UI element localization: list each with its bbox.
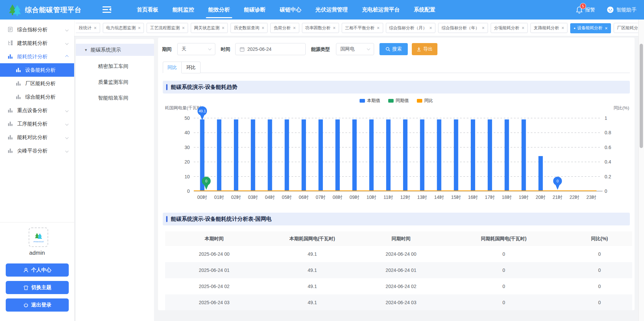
- search-icon: [386, 47, 390, 51]
- sidebar-item-能耗对比分析[interactable]: 能耗对比分析: [0, 131, 74, 144]
- sidebar-item-综合能耗分析[interactable]: 综合能耗分析: [0, 90, 74, 104]
- open-tab-分项能耗分析[interactable]: 分项能耗分析×: [491, 23, 528, 33]
- open-tab-电力组态图监测[interactable]: 电力组态图监测×: [103, 23, 144, 33]
- open-tab-段统计[interactable]: 段统计×: [76, 23, 100, 33]
- open-tab-网关状态监测[interactable]: 网关状态监测×: [191, 23, 228, 33]
- tree-items: 精密加工车间质量监测车间智能组装车间: [76, 56, 154, 106]
- open-tab-设备能耗分析[interactable]: ●设备能耗分析×: [570, 23, 611, 33]
- sidebar-item-设备能耗分析[interactable]: 设备能耗分析: [0, 63, 74, 77]
- open-tab-工艺流程图监测[interactable]: 工艺流程图监测×: [147, 23, 188, 33]
- nav-item-首页看板[interactable]: 首页看板: [130, 0, 165, 20]
- period-select[interactable]: 天: [177, 43, 215, 55]
- close-tab-icon[interactable]: ×: [333, 26, 336, 30]
- username: admin: [0, 250, 74, 256]
- svg-text:1: 1: [605, 115, 607, 121]
- open-tab-功率因数分析[interactable]: 功率因数分析×: [302, 23, 339, 33]
- tree-item-精密加工车间[interactable]: 精密加工车间: [76, 59, 154, 74]
- table-row: 2025-06-24 0149.12024-06-24 0100: [165, 262, 632, 278]
- sidebar-item-能耗统计分析[interactable]: 能耗统计分析: [0, 50, 74, 63]
- table-row: 2025-06-24 0249.12024-06-24 0200: [165, 278, 632, 294]
- sidebar-item-厂区能耗分析[interactable]: 厂区能耗分析: [0, 77, 74, 90]
- close-tab-icon[interactable]: ×: [377, 26, 379, 30]
- table-cell: 2025-06-24 03: [165, 300, 263, 305]
- tree-item-智能组装车间[interactable]: 智能组装车间: [76, 90, 154, 106]
- alarm-count-badge: 5: [580, 3, 586, 9]
- sidebar-item-label: 工序能耗分析: [17, 121, 48, 127]
- open-tab-label: 电力组态图监测: [106, 25, 136, 31]
- energy-type-select[interactable]: 国网电: [336, 43, 374, 55]
- open-tab-综合指标分析（月）[interactable]: 综合指标分析（月）×: [386, 23, 436, 33]
- energy-type-label: 能源类型: [311, 43, 330, 55]
- close-tab-icon[interactable]: ×: [182, 26, 185, 30]
- nav-item-碳链中心[interactable]: 碳链中心: [273, 0, 308, 20]
- close-tab-icon[interactable]: ×: [522, 26, 524, 30]
- bars-icon: [7, 121, 13, 127]
- page-scrollbar-thumb[interactable]: [640, 44, 643, 148]
- svg-text:0.4: 0.4: [605, 159, 611, 165]
- open-tab-label: 工艺流程图监测: [150, 25, 180, 31]
- table-cell: 2024-06-24 03: [361, 300, 441, 305]
- table-cell: 2025-06-24 01: [165, 268, 263, 273]
- close-tab-icon[interactable]: ×: [262, 26, 264, 30]
- nav-menu: 首页看板能耗监控能效分析能碳诊断碳链中心光伏运营管理充电桩运营平台系统配置: [130, 0, 442, 20]
- sidebar-item-label: 能耗对比分析: [17, 134, 48, 141]
- nav-item-充电桩运营平台[interactable]: 充电桩运营平台: [355, 0, 407, 20]
- svg-text:0: 0: [605, 188, 607, 194]
- close-tab-icon[interactable]: ×: [138, 26, 141, 30]
- sidebar-item-建筑能耗分析[interactable]: 建筑能耗分析: [0, 36, 74, 50]
- alarm-button[interactable]: 5 报警: [576, 6, 595, 13]
- search-button[interactable]: 搜索: [379, 43, 408, 55]
- logout-button-label: 退出登录: [31, 302, 52, 308]
- open-tab-负荷分析[interactable]: 负荷分析×: [270, 23, 299, 33]
- avatar[interactable]: zhitancloud: [29, 227, 48, 247]
- nav-item-系统配置[interactable]: 系统配置: [407, 0, 442, 20]
- close-tab-icon[interactable]: ×: [94, 26, 97, 30]
- date-input[interactable]: 2025-06-24: [235, 43, 306, 55]
- sidebar-item-工序能耗分析[interactable]: 工序能耗分析: [0, 117, 74, 131]
- nav-item-能效分析[interactable]: 能效分析: [201, 0, 237, 20]
- open-tab-label: 段统计: [79, 25, 92, 31]
- open-tab-三相不平衡分析[interactable]: 三相不平衡分析×: [342, 23, 383, 33]
- tab-tongbi[interactable]: 同比: [163, 62, 182, 73]
- switch-theme-button[interactable]: 切换主题: [6, 281, 69, 294]
- svg-text:20时: 20时: [535, 194, 546, 200]
- tree-root-node[interactable]: ▼ 能碳系统演示: [76, 44, 154, 56]
- sidebar-item-label: 尖峰平谷分析: [17, 148, 48, 154]
- date-input-value: 2025-06-24: [247, 46, 272, 52]
- svg-text:16时: 16时: [468, 194, 478, 200]
- table-row: 2025-06-24 0049.12024-06-24 0000: [165, 246, 632, 262]
- navbar-right: 5 报警 智能助手: [576, 6, 637, 13]
- close-tab-icon[interactable]: ×: [561, 26, 564, 30]
- assistant-button[interactable]: 智能助手: [607, 6, 637, 13]
- svg-text:17时: 17时: [485, 194, 495, 200]
- bars-icon: [16, 94, 22, 100]
- close-tab-icon[interactable]: ×: [293, 26, 296, 30]
- nav-item-能碳诊断[interactable]: 能碳诊断: [237, 0, 273, 20]
- svg-text:30: 30: [184, 145, 190, 150]
- table-cell: 0: [441, 268, 567, 273]
- close-tab-icon[interactable]: ×: [222, 26, 224, 30]
- open-tabs-bar: 段统计×电力组态图监测×工艺流程图监测×网关状态监测×历史数据查询×负荷分析×功…: [74, 20, 638, 36]
- chevron-down-icon: [65, 122, 69, 126]
- close-tab-icon[interactable]: ×: [605, 26, 608, 31]
- open-tab-支路能耗分析[interactable]: 支路能耗分析×: [530, 23, 568, 33]
- export-button-label: 导出: [423, 46, 433, 52]
- export-button[interactable]: 导出: [412, 43, 437, 55]
- open-tab-综合指标分析（年）[interactable]: 综合指标分析（年）×: [438, 23, 488, 33]
- profile-button[interactable]: 个人中心: [6, 263, 69, 277]
- sidebar-item-尖峰平谷分析[interactable]: 尖峰平谷分析: [0, 144, 74, 157]
- sidebar-collapse-icon[interactable]: [102, 6, 111, 13]
- nav-item-光伏运营管理[interactable]: 光伏运营管理: [308, 0, 355, 20]
- sidebar-item-综合指标分析[interactable]: 综合指标分析: [0, 23, 74, 36]
- open-tab-历史数据查询[interactable]: 历史数据查询×: [231, 23, 268, 33]
- tab-huanbi[interactable]: 环比: [182, 62, 201, 73]
- sidebar-item-重点设备分析[interactable]: 重点设备分析: [0, 104, 74, 117]
- doc-icon: [7, 27, 13, 33]
- close-tab-icon[interactable]: ×: [482, 26, 485, 30]
- chevron-down-icon: [65, 28, 69, 31]
- nav-item-能耗监控[interactable]: 能耗监控: [165, 0, 201, 20]
- open-tab-厂区能耗分析[interactable]: 厂区能耗分析×: [614, 23, 638, 33]
- close-tab-icon[interactable]: ×: [429, 26, 432, 30]
- logout-button[interactable]: 退出登录: [6, 298, 69, 312]
- tree-item-质量监测车间[interactable]: 质量监测车间: [76, 74, 154, 90]
